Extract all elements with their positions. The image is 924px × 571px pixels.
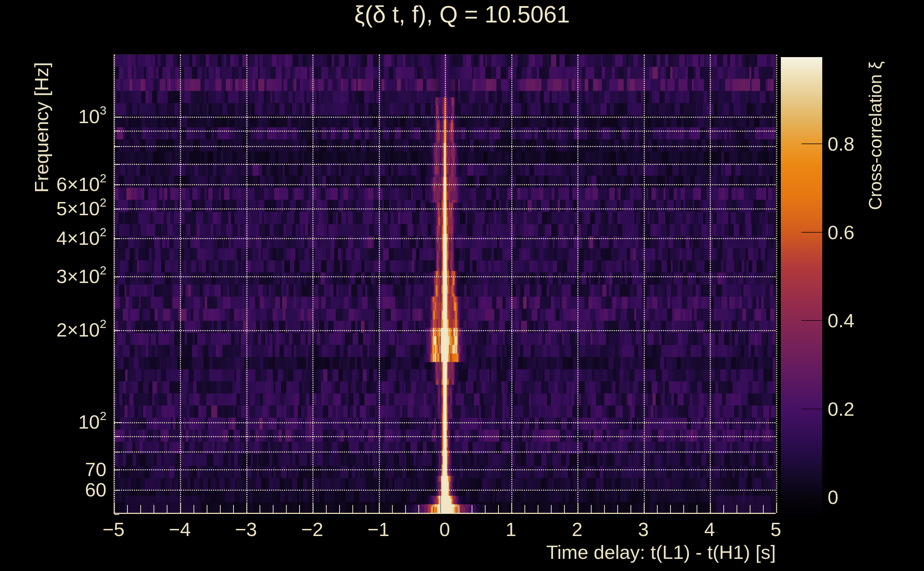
x-tick-minor xyxy=(459,505,459,513)
figure-canvas: ξ(δ t, f), Q = 10.5061 −5−4−3−2−1012345 … xyxy=(0,0,924,571)
y-tick-1000 xyxy=(114,117,122,117)
y-tick-500 xyxy=(114,209,119,210)
gridline-x-4 xyxy=(710,55,711,513)
x-tick-minor xyxy=(498,505,499,513)
x-tick-major xyxy=(644,503,644,513)
gridline-x-5 xyxy=(776,55,777,513)
x-tick-minor xyxy=(564,505,565,513)
x-tick-minor xyxy=(472,505,472,513)
y-tick-80 xyxy=(114,452,119,452)
x-tick-minor xyxy=(207,505,207,513)
x-tick-minor xyxy=(220,505,221,513)
x-tick-minor xyxy=(352,505,353,513)
y-tick-label-70: 70 xyxy=(0,458,107,480)
x-tick-label-3: 3 xyxy=(615,518,672,540)
y-tick-label-60: 60 xyxy=(0,478,107,501)
gridline-x--4 xyxy=(180,55,181,513)
x-tick-minor xyxy=(366,505,366,513)
y-tick-label-1000: 103 xyxy=(0,105,107,127)
x-tick-minor xyxy=(617,505,618,513)
plot-area xyxy=(114,54,776,514)
y-tick-200 xyxy=(114,330,119,331)
colorbar-tick-label-0: 0 xyxy=(828,486,838,508)
x-tick-minor xyxy=(419,505,419,513)
y-tick-label-100: 102 xyxy=(0,411,107,433)
x-tick-minor xyxy=(286,505,287,513)
colorbar-tick-label-0.4: 0.4 xyxy=(828,309,854,332)
gridline-x-0 xyxy=(445,55,446,513)
x-tick-major xyxy=(776,503,777,513)
y-tick-70 xyxy=(114,470,119,471)
y-tick-900 xyxy=(114,131,119,131)
x-tick-minor xyxy=(657,505,658,513)
x-tick-minor xyxy=(193,505,194,513)
x-tick-label-1: 1 xyxy=(482,518,539,540)
x-tick-minor xyxy=(591,505,592,513)
x-tick-minor xyxy=(630,505,631,513)
x-tick-label-5: 5 xyxy=(747,518,804,540)
x-tick-minor xyxy=(604,505,605,513)
x-tick-minor xyxy=(140,505,141,513)
x-tick-minor xyxy=(485,505,485,513)
y-tick-90 xyxy=(114,436,119,437)
x-tick-minor xyxy=(392,505,393,513)
y-tick-700 xyxy=(114,164,119,165)
x-tick-major xyxy=(511,503,512,513)
gridline-x--3 xyxy=(246,55,247,513)
colorbar-tick-label-0.2: 0.2 xyxy=(828,398,854,420)
y-tick-100 xyxy=(114,422,122,423)
x-tick-label-2: 2 xyxy=(549,518,606,540)
x-tick-label-0: 0 xyxy=(416,518,473,540)
y-tick-label-500: 5×102 xyxy=(0,197,107,219)
y-tick-300 xyxy=(114,276,119,277)
y-tick-label-200: 2×102 xyxy=(0,319,107,341)
y-tick-label-300: 3×102 xyxy=(0,265,107,287)
x-tick-minor xyxy=(697,505,697,513)
y-tick-800 xyxy=(114,146,119,147)
y-tick-400 xyxy=(114,238,119,239)
x-tick-minor xyxy=(326,505,327,513)
x-tick-minor xyxy=(339,505,340,513)
x-tick-minor xyxy=(551,505,552,513)
x-axis-title: Time delay: t(L1) - t(H1) [s] xyxy=(546,541,776,563)
colorbar-title: Cross-correlation ξ xyxy=(864,0,887,278)
x-tick-minor xyxy=(260,505,260,513)
x-tick-major xyxy=(246,503,247,513)
x-tick-minor xyxy=(524,505,525,513)
x-tick-major xyxy=(379,503,380,513)
x-tick-minor xyxy=(538,505,538,513)
x-tick-major xyxy=(313,503,314,513)
x-tick-major xyxy=(114,503,114,513)
y-tick-label-400: 4×102 xyxy=(0,227,107,249)
x-tick-minor xyxy=(432,505,433,513)
chart-title: ξ(δ t, f), Q = 10.5061 xyxy=(176,1,748,28)
x-tick-minor xyxy=(750,505,751,513)
x-tick-minor xyxy=(273,505,273,513)
x-tick-minor xyxy=(153,505,154,513)
y-tick-600 xyxy=(114,185,119,185)
x-tick-label--5: −5 xyxy=(85,518,142,540)
x-tick-major xyxy=(710,503,711,513)
colorbar-tick-label-0.6: 0.6 xyxy=(828,221,854,243)
colorbar-tick-0.8 xyxy=(802,144,822,144)
gridline-x-3 xyxy=(644,55,645,513)
x-tick-minor xyxy=(127,505,128,513)
gridline-x-1 xyxy=(511,55,512,513)
gridline-x--5 xyxy=(114,55,115,513)
x-tick-minor xyxy=(670,505,671,513)
x-tick-minor xyxy=(167,505,167,513)
x-tick-label--2: −2 xyxy=(284,518,341,540)
x-tick-minor xyxy=(723,505,724,513)
y-tick-label-600: 6×102 xyxy=(0,173,107,195)
x-tick-major xyxy=(445,503,446,513)
x-tick-label--1: −1 xyxy=(350,518,407,540)
x-tick-minor xyxy=(683,505,684,513)
colorbar-tick-0.2 xyxy=(802,409,822,409)
y-tick-50 xyxy=(114,514,119,515)
gridline-x--2 xyxy=(312,55,314,513)
gridline-x--1 xyxy=(379,55,380,513)
y-tick-60 xyxy=(114,490,119,491)
x-tick-minor xyxy=(405,505,406,513)
y-axis-title: Frequency [Hz] xyxy=(29,0,53,270)
x-tick-minor xyxy=(763,505,764,513)
